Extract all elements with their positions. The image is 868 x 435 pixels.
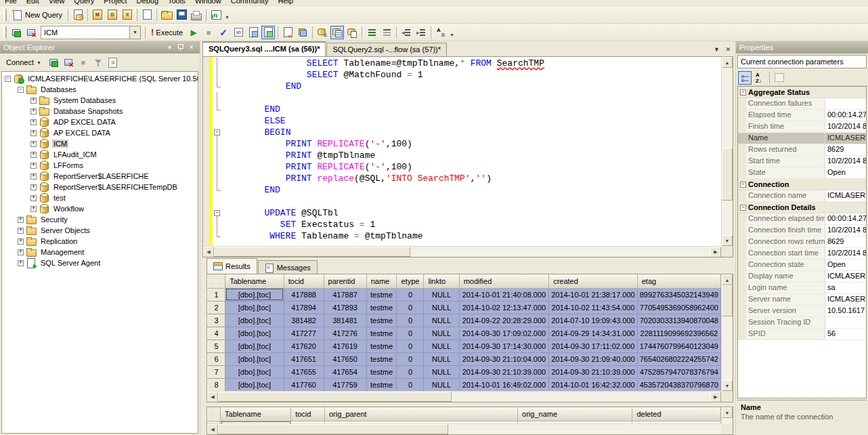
grid-cell[interactable]: 0 (397, 288, 424, 301)
find-replace-icon[interactable] (434, 26, 448, 39)
toolbar-overflow-icon[interactable]: ▾ (223, 8, 231, 22)
column-header[interactable]: deleted (632, 407, 721, 421)
row-number[interactable]: 4 (208, 327, 225, 339)
grid-cell[interactable]: [dbo].[toc] (225, 352, 284, 365)
expand-icon[interactable]: + (30, 206, 37, 212)
stop-icon[interactable] (77, 56, 90, 69)
scroll-left-icon[interactable]: ◀ (207, 392, 218, 402)
table-row[interactable]: 4[dbo].[toc]417277417276testme0NULL2014-… (208, 327, 721, 339)
grid-cell[interactable]: 2014-10-01 16:42:32.000 (549, 378, 638, 391)
menu-debug[interactable]: Debug (132, 0, 163, 6)
debug-button[interactable] (187, 26, 200, 39)
sql-code-editor[interactable]: SELECT Tablename=@tmpTblname,* FROM Sear… (202, 56, 733, 257)
categorized-icon[interactable] (738, 71, 752, 85)
column-header[interactable]: Tablename (221, 407, 291, 421)
grid-cell[interactable]: 2014-09-30 17:09:02.000 (459, 327, 548, 339)
scroll-up-icon[interactable]: ▲ (722, 57, 733, 68)
tree-item[interactable]: +ReportServer$LASERFICHE (2, 171, 198, 182)
grid-cell[interactable]: 2014-09-30 21:10:04.000 (459, 352, 548, 365)
save-icon[interactable] (175, 8, 188, 22)
toolbar-grip[interactable] (3, 26, 7, 39)
tree-item[interactable]: +Workflow (2, 203, 198, 214)
grid-cell[interactable]: testme (366, 352, 397, 365)
grid-cell[interactable]: 417760 (284, 378, 324, 391)
property-row[interactable]: Elapsed time00:00:14.274 (738, 110, 866, 121)
column-header[interactable]: tocid (291, 407, 325, 421)
object-explorer-tree[interactable]: -ICMLASERFICHE\LASERFICHE (SQL Server 10… (1, 71, 198, 434)
tree-item[interactable]: +AP EXCEL DATA (2, 127, 198, 138)
new-query-button[interactable]: New Query (9, 8, 66, 22)
grid-cell[interactable]: NULL (424, 339, 459, 352)
tree-item[interactable]: +Server Objects (2, 225, 198, 236)
menu-community[interactable]: Community (226, 0, 274, 6)
filter-icon[interactable] (91, 56, 105, 69)
property-grid[interactable]: -Aggregate StatusConnection failuresElap… (737, 86, 867, 398)
decrease-indent-icon[interactable] (399, 26, 413, 39)
grid-cell[interactable]: testme (366, 365, 397, 378)
row-number[interactable]: 3 (208, 314, 225, 327)
grid-cell[interactable]: 7705495369058962400 (637, 301, 720, 314)
document-tab[interactable]: SQLQuery2.sql -...flow (sa (57))* (326, 43, 447, 56)
tree-item[interactable]: +Database Snapshots (2, 106, 198, 117)
grid-cell[interactable]: 4752857947078376794 (637, 365, 720, 378)
property-row[interactable]: StateOpen (738, 167, 866, 179)
close-icon[interactable]: ✕ (723, 44, 733, 54)
cancel-query-icon[interactable] (202, 26, 215, 39)
collapse-icon[interactable]: - (740, 182, 746, 188)
grid-cell[interactable]: 2014-09-22 20:28:29.000 (459, 314, 548, 327)
grid-cell[interactable]: 417654 (324, 365, 366, 378)
grid-horizontal-scrollbar[interactable]: ◀ ▶ (207, 391, 721, 402)
grid-cell[interactable]: 417894 (284, 301, 324, 314)
grid-cell[interactable]: NULL (424, 327, 459, 339)
column-header[interactable]: created (549, 274, 638, 288)
expand-icon[interactable]: + (30, 195, 37, 201)
grid-cell[interactable]: NULL (424, 288, 459, 301)
property-value[interactable]: 8629 (825, 236, 866, 247)
actual-plan-icon[interactable] (261, 26, 275, 39)
expand-icon[interactable]: + (30, 119, 37, 125)
menu-query[interactable]: Query (69, 0, 99, 6)
grid-cell[interactable]: testme (366, 288, 397, 301)
property-row[interactable]: Rows returned8629 (738, 144, 866, 156)
column-header[interactable]: orig_parent (324, 407, 517, 421)
grid-cell[interactable]: 4535720438370796870 (637, 378, 720, 391)
table-row[interactable]: 3[dbo].[toc]381482381481testme0NULL2014-… (208, 314, 721, 327)
property-value[interactable]: ICMLASERFIC (825, 294, 866, 305)
grid-cell[interactable]: [dbo].[toc] (225, 314, 284, 327)
dmx-query-icon[interactable] (106, 8, 119, 22)
grid-cell[interactable]: 2014-10-01 21:40:08.000 (459, 288, 548, 301)
grid-cell[interactable]: 7020303313940870048 (637, 314, 720, 327)
menu-help[interactable]: Help (273, 0, 298, 6)
property-row[interactable]: Display nameICMLASERFIC (738, 271, 866, 283)
property-value[interactable]: ICMLASERFIC (825, 133, 866, 144)
grid-cell[interactable]: [dbo].[toc] (225, 301, 284, 314)
property-value[interactable]: 00:00:14.274 (825, 213, 866, 224)
table-row[interactable]: 2[dbo].[toc]417894417893testme0NULL2014-… (208, 301, 721, 314)
grid-cell[interactable]: 381481 (324, 314, 366, 327)
collapse-icon[interactable]: - (18, 87, 24, 93)
grid-cell[interactable]: 0 (397, 301, 424, 314)
fold-collapse-icon[interactable]: - (213, 127, 222, 138)
row-number[interactable]: 6 (208, 352, 225, 365)
property-section[interactable]: -Aggregate Status (738, 87, 866, 98)
expand-icon[interactable]: + (30, 130, 37, 136)
grid-cell[interactable]: 2014-09-29 14:34:31.000 (549, 327, 638, 339)
open-file-icon[interactable] (160, 8, 173, 22)
column-header[interactable]: linkto (424, 274, 459, 288)
grid-cell[interactable]: 0 (397, 327, 424, 339)
tab-messages[interactable]: Messages (258, 260, 318, 274)
mdx-query-icon[interactable] (91, 8, 104, 22)
row-number[interactable]: 8 (208, 378, 225, 391)
chevron-down-icon[interactable]: ▼ (129, 26, 140, 39)
grid-cell[interactable]: 417277 (284, 327, 324, 339)
grid-cell[interactable]: 417888 (284, 288, 324, 301)
column-header[interactable]: tocid (284, 274, 324, 288)
table-row[interactable]: 8[dbo].[toc]417760417759testme0NULL2014-… (208, 378, 721, 391)
scrollbar-thumb[interactable] (218, 392, 452, 402)
grid-cell[interactable]: 417619 (324, 339, 366, 352)
property-value[interactable]: 10.50.1617 (825, 306, 866, 316)
property-row[interactable]: Server nameICMLASERFIC (738, 294, 866, 306)
expand-icon[interactable]: + (30, 108, 37, 115)
property-row[interactable]: NameICMLASERFIC (738, 133, 866, 144)
editor-vertical-scrollbar[interactable]: ▲ ▼ (721, 57, 733, 246)
